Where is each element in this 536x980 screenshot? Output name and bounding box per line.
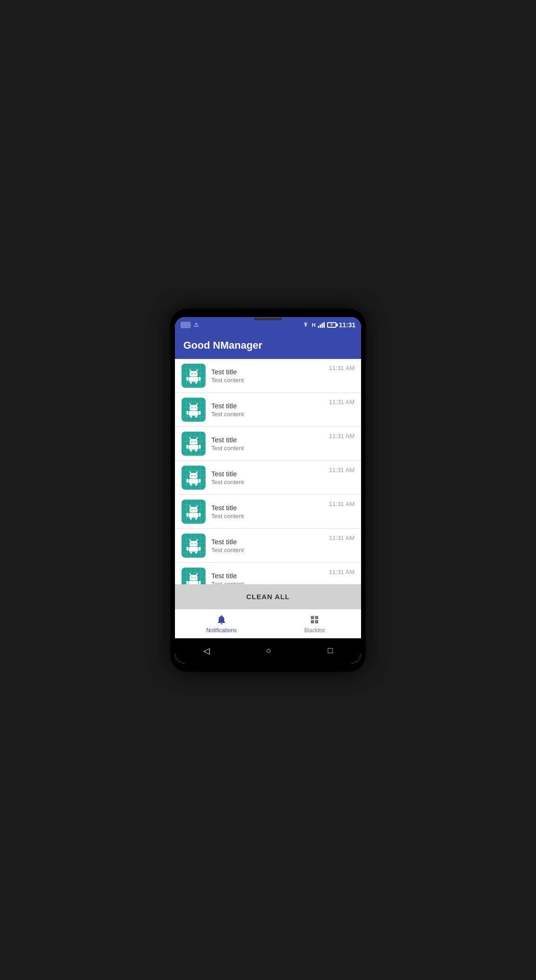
svg-rect-34	[190, 483, 192, 485]
system-nav: ◁ ○ □	[175, 638, 361, 663]
notification-content: Test title Test content	[211, 572, 323, 584]
svg-point-12	[194, 407, 196, 408]
notification-title: Test title	[211, 436, 323, 444]
notification-title: Test title	[211, 470, 323, 478]
svg-rect-31	[189, 479, 198, 483]
notification-time: 11:31 AM	[329, 568, 355, 575]
speaker-notch	[254, 318, 282, 320]
notification-body: Test content	[211, 581, 323, 584]
app-icon	[181, 398, 206, 422]
svg-point-29	[191, 475, 193, 476]
notification-item[interactable]: Test title Test content 11:31 AM	[175, 495, 361, 529]
svg-rect-17	[195, 415, 197, 417]
nav-label-notifications: Notifications	[206, 627, 236, 634]
nav-label-blacklist: Blacklist	[304, 627, 325, 634]
android-icon	[186, 436, 201, 452]
svg-rect-41	[187, 513, 188, 517]
svg-point-38	[191, 509, 193, 510]
svg-point-48	[194, 543, 196, 544]
nav-item-blacklist[interactable]: Blacklist	[268, 609, 361, 638]
notification-title: Test title	[211, 368, 323, 376]
svg-rect-24	[199, 445, 201, 449]
notification-content: Test title Test content	[211, 470, 323, 486]
svg-rect-14	[187, 411, 188, 415]
notification-time: 11:31 AM	[329, 534, 355, 541]
svg-rect-23	[187, 445, 188, 449]
svg-rect-58	[189, 581, 198, 584]
svg-rect-59	[187, 581, 188, 584]
notification-time: 11:31 AM	[329, 432, 355, 439]
svg-rect-50	[187, 547, 188, 551]
notification-body: Test content	[211, 377, 323, 384]
notification-list[interactable]: Test title Test content 11:31 AM	[175, 359, 361, 584]
network-type: H	[312, 322, 315, 328]
clean-all-button[interactable]: CLEAN ALL	[175, 584, 361, 609]
notification-item[interactable]: Test title Test content 11:31 AM	[175, 529, 361, 563]
notification-content: Test title Test content	[211, 504, 323, 520]
svg-rect-8	[195, 381, 197, 383]
svg-rect-60	[199, 581, 201, 584]
notification-title: Test title	[211, 538, 323, 546]
svg-point-2	[191, 373, 193, 374]
notification-content: Test title Test content	[211, 436, 323, 452]
app-icon	[181, 500, 206, 524]
status-time: 11:31	[339, 321, 355, 329]
notification-item[interactable]: Test title Test content 11:31 AM	[175, 461, 361, 495]
notification-item[interactable]: Test title Test content 11:31 AM	[175, 393, 361, 427]
app-icon	[181, 432, 206, 456]
notification-time: 11:31 AM	[329, 398, 355, 406]
android-icon	[186, 402, 201, 418]
signal-bars	[318, 322, 325, 328]
svg-rect-13	[189, 411, 198, 415]
svg-rect-51	[199, 547, 201, 551]
svg-rect-4	[189, 377, 198, 381]
notification-body: Test content	[211, 445, 323, 452]
notification-item[interactable]: Test title Test content 11:31 AM	[175, 563, 361, 584]
status-right: H ⚡ 11:31	[302, 321, 355, 329]
svg-rect-32	[187, 479, 188, 483]
svg-point-3	[194, 373, 196, 374]
nav-item-notifications[interactable]: Notifications	[175, 609, 268, 638]
wifi-icon	[302, 322, 309, 328]
app-icon	[181, 568, 206, 584]
notification-time: 11:31 AM	[329, 466, 355, 473]
android-icon	[186, 572, 201, 584]
android-icon	[186, 470, 201, 486]
bell-icon	[216, 614, 227, 625]
svg-rect-26	[195, 449, 197, 451]
notification-body: Test content	[211, 479, 323, 486]
notification-item[interactable]: Test title Test content 11:31 AM	[175, 359, 361, 393]
notification-content: Test title Test content	[211, 402, 323, 418]
svg-rect-7	[190, 381, 192, 383]
android-icon	[186, 504, 201, 520]
home-button[interactable]: ○	[257, 644, 281, 657]
svg-point-11	[191, 407, 193, 408]
notification-title: Test title	[211, 504, 323, 512]
app-icon	[181, 534, 206, 558]
svg-point-57	[194, 577, 196, 578]
svg-rect-16	[190, 415, 192, 417]
svg-rect-35	[195, 483, 197, 485]
notification-body: Test content	[211, 513, 323, 520]
android-icon	[186, 368, 201, 384]
notification-title: Test title	[211, 402, 323, 410]
svg-rect-52	[190, 551, 192, 553]
recent-button[interactable]: □	[318, 644, 342, 657]
svg-rect-40	[189, 513, 198, 517]
app-icon	[181, 364, 206, 388]
notification-title: Test title	[211, 572, 323, 580]
back-button[interactable]: ◁	[194, 644, 219, 658]
status-indicator	[181, 322, 191, 328]
notification-content: Test title Test content	[211, 368, 323, 384]
status-left: ⚠	[181, 321, 199, 328]
svg-rect-33	[199, 479, 201, 483]
svg-point-20	[191, 441, 193, 442]
notification-time: 11:31 AM	[329, 364, 355, 372]
warning-icon: ⚠	[194, 321, 199, 328]
signal-bar-3	[322, 323, 323, 328]
svg-point-30	[194, 475, 196, 476]
svg-rect-42	[199, 513, 201, 517]
notification-item[interactable]: Test title Test content 11:31 AM	[175, 427, 361, 461]
notification-content: Test title Test content	[211, 538, 323, 554]
svg-rect-6	[199, 377, 201, 381]
